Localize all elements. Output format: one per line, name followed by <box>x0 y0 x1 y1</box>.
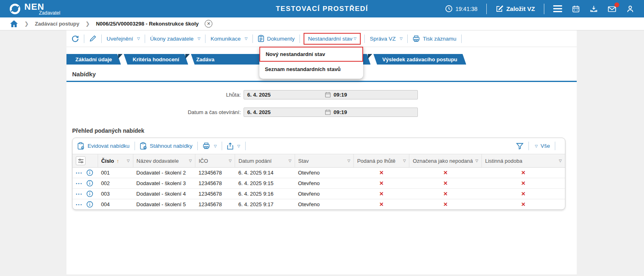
menu-dokumenty[interactable]: Dokumenty <box>258 35 295 42</box>
menu-uverejneni[interactable]: Uveřejnění ▽ <box>107 36 140 42</box>
chevron-down-icon: ▽ <box>400 37 402 41</box>
column-header-datum[interactable]: Datum podání▽ <box>235 154 295 168</box>
cell-nepodana-negative-mark: ✕ <box>409 178 481 189</box>
printer-icon <box>413 35 420 42</box>
hamburger-menu-button[interactable] <box>553 5 562 12</box>
chevron-down-icon: ▽ <box>137 37 140 41</box>
divider <box>205 34 205 43</box>
filter-caret-icon[interactable]: ▽ <box>402 159 406 163</box>
cell-datum: 6. 4. 2025 9:16 <box>235 189 295 199</box>
menu-item-novy-nestandardni-stav[interactable]: Nový nestandardní stav <box>259 47 363 62</box>
filter-caret-icon[interactable]: ▽ <box>557 159 562 163</box>
calendar-button[interactable] <box>572 5 580 13</box>
close-procedure-icon[interactable]: ✕ <box>205 20 212 28</box>
divider <box>407 34 408 43</box>
calendar-icon <box>325 92 331 98</box>
offers-toolbar: Evidovat nabídku Stáhnout nabídky <box>73 138 565 154</box>
breadcrumb-parent[interactable]: Zadávací postupy <box>35 21 79 27</box>
profile-button[interactable] <box>626 5 634 13</box>
filter-caret-icon[interactable]: ▽ <box>287 159 291 163</box>
menu-sprava-vz[interactable]: Správa VZ ▽ <box>370 36 402 42</box>
column-header-nazev[interactable]: Název dodavatele▽ <box>133 154 195 168</box>
info-icon[interactable] <box>86 180 93 187</box>
session-clock: 19:41:38 <box>445 5 478 13</box>
breadcrumb-current: N006/25/V00003298 - Rekonstrukce školy <box>96 21 199 27</box>
create-vz-button[interactable]: Založit VZ <box>496 5 535 13</box>
evidovat-nabidku-button[interactable]: Evidovat nabídku <box>77 142 130 150</box>
filter-caret-icon[interactable]: ▽ <box>474 159 478 163</box>
column-header-po_lhute[interactable]: Podaná po lhůtě▽ <box>354 154 409 168</box>
column-header-cislo[interactable]: Číslo↑▽ <box>98 154 133 168</box>
row-actions-button[interactable]: ●●● <box>76 182 83 185</box>
tab-kriteria-hodnoceni[interactable]: Kritéria hodnocení <box>124 54 188 65</box>
tab-zakladni-udaje[interactable]: Základní údaje <box>66 54 121 65</box>
messages-button[interactable] <box>608 5 616 13</box>
cell-ico: 12345678 <box>195 168 235 178</box>
menu-nestandardni-stav[interactable]: Nestandardní stav ▽ Nový nestandardní st… <box>305 36 359 42</box>
filter-caret-icon[interactable]: ▽ <box>187 159 192 163</box>
cell-nazev: Dodavatel - školení 4 <box>133 189 195 199</box>
row-actions-button[interactable]: ●●● <box>76 203 83 206</box>
info-icon[interactable] <box>86 190 93 197</box>
divider <box>135 142 135 150</box>
funnel-icon <box>516 142 524 150</box>
date-value: 6. 4. 2025 <box>244 109 325 115</box>
chevron-down-icon: ▽ <box>535 144 538 148</box>
cell-datum: 6. 4. 2025 9:14 <box>235 168 295 178</box>
export-button[interactable]: ▽ <box>227 142 240 150</box>
calendar-icon <box>325 109 331 115</box>
filter-button[interactable] <box>516 142 524 150</box>
column-header-stav[interactable]: Stav▽ <box>295 154 353 168</box>
info-icon[interactable] <box>86 201 93 208</box>
filter-caret-icon[interactable]: ▽ <box>346 159 350 163</box>
info-icon[interactable] <box>86 169 93 176</box>
column-settings-icon[interactable] <box>76 156 86 165</box>
menu-item-seznam-nestandardnich-stavu[interactable]: Seznam nestandardních stavů <box>259 62 363 77</box>
row-actions-button[interactable]: ●●● <box>76 172 83 174</box>
column-header-listinna[interactable]: Listinná podoba▽ <box>481 154 565 168</box>
field-label: Lhůta: <box>66 92 244 98</box>
column-header-ico[interactable]: IČO▽ <box>195 154 235 168</box>
clipboard-download-icon <box>140 142 147 150</box>
time-value: 09:19 <box>334 92 347 98</box>
cell-ico: 12345678 <box>195 189 235 199</box>
table-row: ●●●003Dodavatel - školení 4123456786. 4.… <box>73 189 565 199</box>
cell-nepodana-negative-mark: ✕ <box>409 199 481 210</box>
cell-cislo: 002 <box>98 178 133 189</box>
lhuta-datetime-field[interactable]: 6. 4. 2025 09:19 <box>244 90 418 99</box>
column-header-nepodana[interactable]: Označena jako nepodaná▽ <box>409 154 481 168</box>
cell-nepodana-negative-mark: ✕ <box>409 168 481 178</box>
downloads-button[interactable] <box>590 5 598 13</box>
form-row-lhuta: Lhůta: 6. 4. 2025 09:19 <box>66 90 577 99</box>
nen-logo[interactable]: NEN Zadavatel <box>0 2 60 15</box>
tab-vysledek-zadavaciho-postupu[interactable]: Výsledek zadávacího postupu <box>373 54 466 65</box>
column-settings-header <box>73 154 98 168</box>
divider <box>528 142 529 150</box>
menu-tisk-zaznamu[interactable]: Tisk záznamu <box>413 35 456 42</box>
cell-nepodana-negative-mark: ✕ <box>409 189 481 199</box>
divider <box>84 34 84 43</box>
menu-komunikace[interactable]: Komunikace ▽ <box>210 36 247 42</box>
cell-po_lhute-negative-mark: ✕ <box>354 168 409 178</box>
cell-nazev: Dodavatel - školení 2 <box>133 168 195 178</box>
chevron-down-icon: ▽ <box>354 37 357 41</box>
show-all-filter[interactable]: ▽ Vše <box>534 143 550 149</box>
menu-ukony-zadavatele[interactable]: Úkony zadavatele ▽ <box>150 36 200 42</box>
home-icon[interactable] <box>10 20 18 28</box>
row-actions-button[interactable]: ●●● <box>76 193 83 195</box>
filter-caret-icon[interactable]: ▽ <box>227 159 232 163</box>
environment-title: TESTOVACÍ PROSTŘEDÍ <box>276 0 368 17</box>
cell-listinna-negative-mark: ✕ <box>481 189 565 199</box>
tab-fold-icon <box>185 54 190 59</box>
divider <box>544 4 544 14</box>
filter-caret-icon[interactable]: ▽ <box>125 159 130 163</box>
print-table-button[interactable]: ▽ <box>203 142 217 149</box>
time-value: 09:19 <box>334 109 347 115</box>
cell-stav: Otevřeno <box>295 178 353 189</box>
stahnout-nabidky-button[interactable]: Stáhnout nabídky <box>140 142 193 150</box>
refresh-button[interactable] <box>71 35 79 43</box>
breadcrumb: ❯ Zadávací postupy ❯ N006/25/V00003298 -… <box>0 17 644 30</box>
edit-button[interactable] <box>89 35 96 42</box>
oteviani-datetime-field[interactable]: 6. 4. 2025 09:19 <box>244 108 418 117</box>
cell-po_lhute-negative-mark: ✕ <box>354 199 409 210</box>
